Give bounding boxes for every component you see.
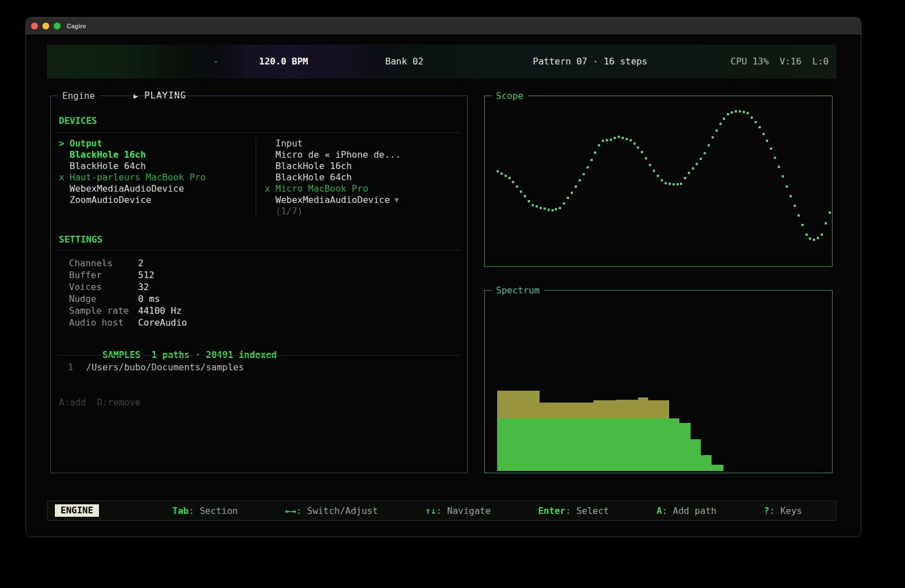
scope-dot — [579, 179, 581, 181]
close-window-button[interactable] — [31, 23, 38, 29]
zoom-window-button[interactable] — [54, 23, 61, 29]
settings-row[interactable]: Buffer512 — [69, 269, 187, 281]
device-column-label: Input — [275, 138, 303, 149]
settings-row[interactable]: Sample rate44100 Hz — [69, 305, 187, 317]
footer-bar: ENGINE Tab: Section←→: Switch/Adjust↑↓: … — [47, 500, 837, 521]
minimize-window-button[interactable] — [42, 23, 49, 29]
scope-dot — [571, 192, 573, 194]
setting-value: 44100 Hz — [138, 305, 182, 317]
sample-path-index: 1 — [68, 362, 86, 373]
titlebar: Cagire — [26, 18, 861, 34]
spectrum-level-segment — [701, 455, 712, 471]
scope-dot — [684, 177, 686, 179]
key-hint: ↑↓: Navigate — [425, 505, 491, 516]
key-hint: Enter: Select — [538, 505, 609, 516]
spectrum-analyzer — [486, 292, 831, 471]
device-list-item[interactable]: BlackHole 16ch — [265, 161, 457, 172]
setting-value: 0 ms — [138, 293, 160, 305]
device-list-item[interactable]: WebexMediaAudioDevice — [59, 183, 251, 194]
scope-dot — [563, 202, 565, 205]
device-mark-slot — [265, 161, 275, 172]
scope-dot — [692, 167, 694, 170]
device-name: ZoomAudioDevice — [70, 194, 152, 206]
scope-dot — [782, 175, 784, 178]
scope-dot — [614, 137, 616, 139]
key-hint-label: : Switch/Adjust — [296, 505, 378, 516]
app-content: ▶PLAYING - 120.0 BPM Bank 02 Pattern 07 … — [26, 34, 861, 537]
device-mark-slot — [59, 183, 70, 194]
scope-dot — [602, 140, 604, 142]
scope-dot — [829, 211, 831, 214]
scope-dot — [786, 185, 788, 188]
scope-dot — [774, 157, 776, 159]
device-name: Haut-parleurs MacBook Pro — [70, 172, 206, 183]
device-list-item[interactable]: xHaut-parleurs MacBook Pro — [59, 172, 251, 183]
device-mark-slot — [59, 161, 70, 172]
sample-path-row[interactable]: 1/Users/bubo/Documents/samples — [68, 362, 244, 373]
key-hint-key: A — [657, 505, 662, 516]
key-hint-label: : Section — [189, 505, 238, 516]
device-mark-slot — [265, 149, 275, 161]
scope-dot — [622, 137, 624, 139]
key-hint-key: Enter — [538, 505, 565, 516]
scope-dot — [524, 195, 526, 197]
scope-dot — [598, 144, 600, 146]
device-list-item[interactable]: BlackHole 16ch — [59, 149, 251, 161]
scope-panel: Scope — [484, 96, 833, 267]
active-device-mark: x — [265, 183, 275, 194]
scope-dot — [751, 116, 753, 119]
scope-dot — [555, 208, 557, 210]
scope-dot — [798, 214, 800, 217]
scope-dot — [520, 191, 522, 193]
scope-dot — [817, 237, 819, 239]
pager-slot — [265, 206, 275, 217]
mode-badge: ENGINE — [55, 504, 99, 517]
scope-dot — [606, 139, 608, 141]
transport-bar: ▶PLAYING - 120.0 BPM Bank 02 Pattern 07 … — [47, 45, 837, 79]
device-list-item[interactable]: BlackHole 64ch — [265, 172, 457, 183]
scope-dot — [704, 152, 706, 154]
setting-value: CoreAudio — [138, 317, 187, 328]
key-hint-key: ? — [764, 505, 770, 516]
key-hint-key: Tab — [173, 505, 189, 516]
scope-dot — [637, 146, 639, 149]
scope-dot — [708, 144, 710, 146]
device-list-item[interactable]: ZoomAudioDevice — [59, 194, 251, 206]
scope-dot — [696, 163, 698, 165]
bank-indicator[interactable]: Bank 02 — [385, 45, 423, 79]
device-list-item[interactable]: BlackHole 64ch — [59, 161, 251, 172]
device-mark-slot — [265, 172, 275, 183]
setting-label: Sample rate — [69, 305, 138, 317]
device-column-header: Input — [265, 138, 457, 149]
engine-panel-title: Engine — [58, 90, 100, 102]
scope-waveform — [486, 97, 831, 265]
device-list-item[interactable]: xMicro MacBook Pro — [265, 183, 457, 194]
scope-dot — [626, 138, 628, 140]
settings-row[interactable]: Audio hostCoreAudio — [69, 317, 187, 328]
scope-dot — [735, 110, 737, 113]
transport-dash: - — [213, 45, 219, 79]
key-hint-label: : Keys — [769, 505, 802, 516]
settings-row[interactable]: Nudge0 ms — [69, 293, 187, 305]
device-name: WebexMediaAudioDevice — [275, 194, 390, 206]
setting-label: Buffer — [69, 269, 138, 281]
scope-dot — [669, 183, 671, 185]
device-column-header: >Output — [59, 138, 251, 149]
spectrum-peak-segment — [648, 400, 669, 418]
scope-dot — [653, 170, 655, 172]
pattern-indicator[interactable]: Pattern 07 · 16 steps — [533, 45, 647, 79]
settings-row[interactable]: Voices32 — [69, 281, 187, 293]
scope-dot — [645, 157, 647, 159]
bpm-value[interactable]: 120.0 BPM — [259, 45, 308, 79]
scope-dot — [766, 140, 768, 142]
device-list-item[interactable]: Micro de « iPhone de... — [265, 149, 457, 161]
cursor-slot — [265, 138, 275, 149]
setting-label: Nudge — [69, 293, 138, 305]
scope-dot — [594, 152, 596, 154]
device-list-item[interactable]: WebexMediaAudioDevice▼ — [265, 194, 457, 206]
scope-dot — [641, 151, 643, 153]
scope-dot — [591, 159, 593, 161]
settings-row[interactable]: Channels2 — [69, 257, 187, 269]
device-name: WebexMediaAudioDevice — [70, 183, 184, 194]
samples-keys-hint: A:add D:remove — [59, 397, 141, 408]
